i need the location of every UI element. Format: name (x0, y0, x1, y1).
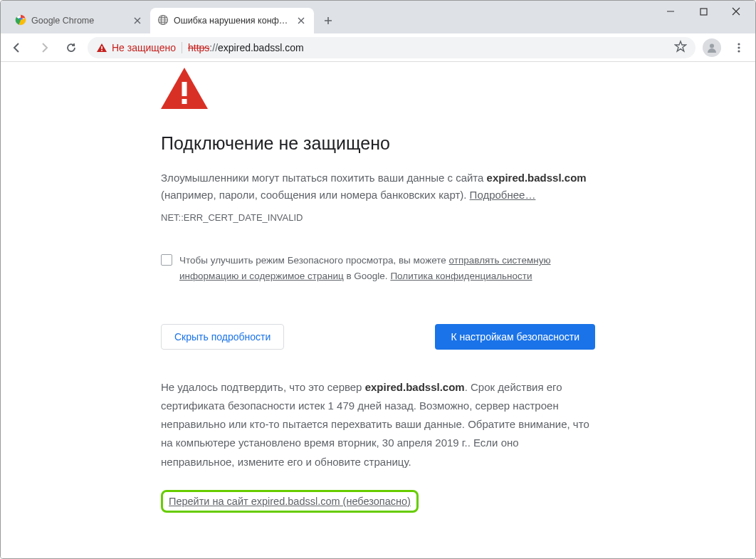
warning-triangle-icon (96, 42, 107, 53)
svg-point-9 (737, 46, 740, 48)
page-content[interactable]: Подключение не защищено Злоумышленники м… (1, 62, 755, 559)
hide-details-button[interactable]: Скрыть подробности (161, 324, 284, 350)
close-icon[interactable] (295, 15, 307, 26)
avatar (703, 38, 721, 57)
svg-point-10 (737, 50, 740, 52)
warning-triangle-icon (161, 68, 595, 112)
security-interstitial: Подключение не защищено Злоумышленники м… (161, 62, 595, 534)
svg-rect-4 (700, 9, 707, 15)
proceed-unsafe-link[interactable]: Перейти на сайт expired.badssl.com (небе… (169, 496, 411, 507)
close-icon[interactable] (132, 15, 143, 26)
tab-privacy-error[interactable]: Ошибка нарушения конфиденц (150, 8, 314, 33)
svg-rect-11 (182, 82, 187, 96)
warning-paragraph: Злоумышленники могут пытаться похитить в… (161, 169, 595, 204)
details-paragraph: Не удалось подтвердить, что это сервер e… (161, 378, 595, 471)
security-label: Не защищено (112, 42, 176, 53)
proceed-highlight: Перейти на сайт expired.badssl.com (небе… (161, 490, 419, 513)
learn-more-link[interactable]: Подробнее… (470, 189, 536, 201)
divider (182, 42, 182, 53)
opt-in-row: Чтобы улучшить режим Безопасного просмот… (161, 253, 595, 285)
privacy-policy-link[interactable]: Политика конфиденциальности (390, 271, 532, 281)
profile-button[interactable] (701, 37, 723, 58)
back-to-safety-button[interactable]: К настройкам безопасности (435, 324, 595, 350)
window-controls (654, 1, 752, 25)
page-title: Подключение не защищено (161, 133, 595, 154)
button-row: Скрыть подробности К настройкам безопасн… (161, 324, 595, 350)
minimize-button[interactable] (654, 1, 687, 22)
chrome-icon (15, 14, 26, 28)
close-window-button[interactable] (720, 1, 752, 22)
new-tab-button[interactable] (318, 11, 338, 31)
bookmark-icon[interactable] (674, 40, 687, 55)
globe-icon (157, 14, 169, 28)
svg-point-7 (710, 43, 714, 48)
back-button[interactable] (6, 37, 28, 58)
maximize-button[interactable] (687, 1, 720, 22)
svg-rect-6 (101, 50, 103, 51)
svg-point-8 (737, 43, 740, 45)
menu-button[interactable] (728, 37, 750, 58)
browser-titlebar: Google Chrome Ошибка нарушения конфиденц (1, 1, 755, 33)
svg-rect-12 (182, 99, 187, 104)
opt-in-checkbox[interactable] (161, 254, 172, 266)
tab-google-chrome[interactable]: Google Chrome (8, 8, 150, 33)
address-bar[interactable]: Не защищено https://expired.badssl.com (88, 37, 695, 58)
tab-title: Google Chrome (31, 16, 127, 26)
url-display: https://expired.badssl.com (188, 42, 304, 53)
forward-button[interactable] (33, 37, 55, 58)
opt-in-text: Чтобы улучшить режим Безопасного просмот… (179, 253, 595, 285)
reload-button[interactable] (61, 37, 82, 58)
browser-toolbar: Не защищено https://expired.badssl.com (1, 33, 755, 62)
svg-rect-5 (101, 46, 103, 49)
error-code: NET::ERR_CERT_DATE_INVALID (161, 212, 595, 223)
security-indicator[interactable]: Не защищено (96, 42, 176, 53)
tab-title: Ошибка нарушения конфиденц (174, 16, 290, 26)
